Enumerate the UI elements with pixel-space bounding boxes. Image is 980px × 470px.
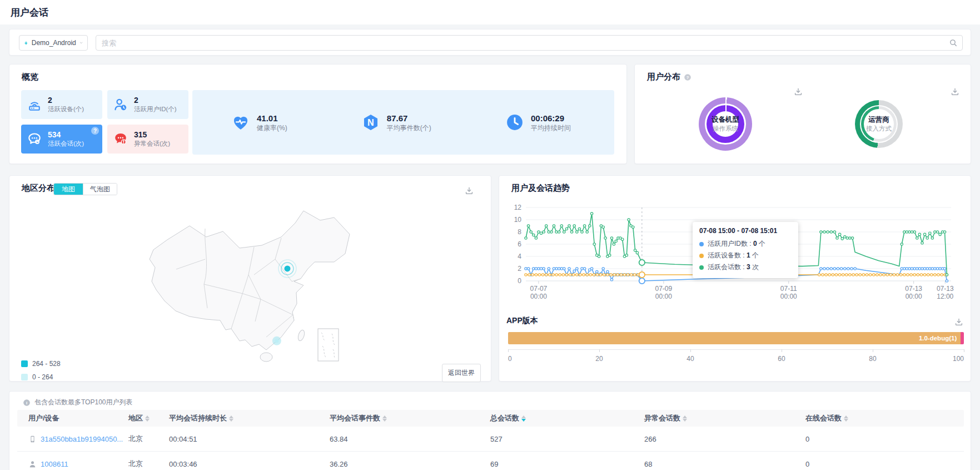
android-icon: [24, 39, 28, 47]
sort-carets[interactable]: [521, 415, 526, 422]
app-version-axis: 020406080100: [508, 349, 964, 350]
health-icon: [231, 113, 250, 132]
stat-value: 87.67: [387, 113, 431, 123]
region-distribution-panel: 地区分布 地图气泡图: [9, 175, 491, 382]
chatalert-icon: [113, 131, 128, 147]
app-version-axis-label: 100: [953, 355, 964, 363]
map-legend-item-0: 264 - 528: [21, 357, 61, 370]
info-icon: i: [23, 399, 31, 407]
user-link[interactable]: 31a550bba1b91994050...: [41, 435, 123, 443]
svg-text:8: 8: [518, 228, 521, 236]
svg-text:2: 2: [518, 265, 521, 273]
svg-text:12:00: 12:00: [937, 293, 953, 300]
sort-carets[interactable]: [229, 415, 233, 422]
overview-metric-cards: 2活跃设备(个)2活跃用户ID(个)534活跃会话(次)?315异常会话(次): [21, 90, 188, 154]
device-model-donut-chart[interactable]: 设备机型操作系统: [699, 97, 752, 151]
sort-carets[interactable]: [844, 415, 848, 422]
table-column-header-6[interactable]: 在线会话数: [805, 413, 964, 423]
sort-carets[interactable]: [382, 415, 387, 422]
app-version-axis-label: 40: [687, 355, 694, 363]
table-column-header-1[interactable]: 地区: [128, 413, 169, 423]
table-row: 31a550bba1b91994050...北京00:04:5163.84527…: [17, 427, 964, 452]
filter-bar: Demo_Android: [9, 29, 971, 56]
download-icon[interactable]: [954, 317, 964, 327]
cell-online-sessions: 0: [805, 435, 964, 443]
table-row: 1008611北京00:03:4636.2669680: [17, 452, 964, 470]
overview-card-1[interactable]: 2活跃用户ID(个): [107, 90, 188, 119]
svg-text:6: 6: [518, 240, 521, 248]
app-version-segment-1[interactable]: [961, 332, 964, 344]
cell-abnormal-sessions: 266: [644, 435, 805, 443]
table-caption: i 包含会话数最多TOP100用户列表: [23, 398, 132, 407]
top-users-table: 用户/设备地区平均会话持续时长平均会话事件数总会话数异常会话数在线会话数 31a…: [17, 410, 964, 470]
top-users-table-panel: i 包含会话数最多TOP100用户列表 用户/设备地区平均会话持续时长平均会话事…: [9, 391, 971, 470]
search-icon[interactable]: [949, 38, 958, 47]
svg-text:00:00: 00:00: [655, 293, 672, 300]
tooltip-row-2: 活跃会话数 : 3 次: [699, 261, 792, 273]
app-version-bar-chart[interactable]: 1.0-debug(1): [508, 332, 964, 344]
carrier-donut-chart[interactable]: 运营商接入方式: [855, 100, 903, 148]
map-legend: 264 - 5280 - 264: [21, 357, 61, 384]
tooltip-row-0: 活跃用户ID数 : 0 个: [699, 238, 792, 250]
search-input[interactable]: [96, 35, 963, 51]
overview-card-2[interactable]: 534活跃会话(次)?: [21, 125, 102, 154]
svg-text:07-13: 07-13: [905, 285, 922, 293]
chart-tooltip: 07-08 15:00 - 07-08 15:01 活跃用户ID数 : 0 个活…: [693, 222, 798, 278]
download-icon[interactable]: [793, 87, 803, 97]
chevron-down-icon: [79, 39, 83, 46]
overview-card-3[interactable]: 315异常会话(次): [107, 125, 188, 154]
svg-text:07-13: 07-13: [937, 285, 954, 293]
map-legend-item-1: 0 - 264: [21, 370, 61, 384]
table-column-header-4[interactable]: 总会话数: [490, 413, 644, 423]
user-distribution-title-text: 用户分布: [647, 72, 680, 82]
app-version-axis-label: 20: [595, 355, 603, 363]
overview-card-0[interactable]: 2活跃设备(个): [21, 90, 102, 119]
tooltip-row-1: 活跃设备数 : 1 个: [699, 250, 792, 261]
app-version-axis-label: 60: [778, 355, 785, 363]
china-map[interactable]: [9, 176, 492, 382]
svg-text:00:00: 00:00: [906, 293, 922, 300]
back-to-world-button[interactable]: 返回世界: [442, 364, 481, 382]
svg-text:i: i: [26, 400, 27, 405]
metric-label: 活跃用户ID(个): [134, 105, 177, 113]
user-link[interactable]: 1008611: [41, 460, 68, 468]
summary-stat-2: 00:06:29平均持续时间: [505, 113, 571, 132]
table-column-header-5[interactable]: 异常会话数: [644, 413, 805, 423]
help-icon[interactable]: ?: [684, 73, 692, 81]
cell-total-sessions: 527: [490, 435, 644, 443]
help-icon[interactable]: ?: [91, 127, 99, 135]
app-version-title: APP版本: [506, 316, 538, 326]
sort-carets[interactable]: [683, 415, 687, 422]
sort-carets[interactable]: [145, 415, 150, 422]
metric-value: 2: [134, 96, 177, 105]
metric-value: 534: [48, 130, 84, 140]
metric-label: 活跃设备(个): [48, 105, 84, 113]
cell-avg-events: 63.84: [330, 435, 490, 443]
hexn-icon: N: [361, 113, 380, 132]
stat-label: 平均事件数(个): [387, 123, 431, 132]
app-version-axis-label: 80: [869, 355, 876, 363]
cell-avg-events: 36.26: [330, 460, 490, 468]
table-column-header-3[interactable]: 平均会话事件数: [330, 413, 490, 423]
user-distribution-title: 用户分布 ?: [647, 72, 692, 82]
app-selector[interactable]: Demo_Android: [19, 35, 88, 51]
download-icon[interactable]: [950, 87, 960, 97]
svg-text:07-11: 07-11: [780, 285, 797, 293]
table-column-header-2[interactable]: 平均会话持续时长: [169, 413, 330, 423]
donut-primary-label: 设备机型: [712, 115, 739, 125]
overview-panel: 概览 2活跃设备(个)2活跃用户ID(个)534活跃会话(次)?315异常会话(…: [9, 64, 627, 164]
table-caption-text: 包含会话数最多TOP100用户列表: [34, 398, 132, 407]
donut-secondary-label: 操作系统: [713, 125, 738, 133]
svg-text:N: N: [367, 117, 374, 127]
user-distribution-panel: 用户分布 ? 设备机型操作系统 运营商接入方式: [634, 64, 971, 164]
tooltip-title: 07-08 15:00 - 07-08 15:01: [699, 227, 792, 235]
cell-online-sessions: 0: [805, 460, 964, 468]
trend-title: 用户及会话趋势: [511, 183, 570, 194]
stat-value: 00:06:29: [531, 113, 571, 123]
chat-icon: [27, 131, 42, 147]
stat-label: 平均持续时间: [531, 123, 571, 132]
metric-value: 315: [134, 130, 170, 140]
app-version-segment-0[interactable]: 1.0-debug(1): [508, 332, 961, 344]
svg-text:10: 10: [514, 216, 522, 224]
metric-label: 异常会话(次): [134, 140, 170, 148]
